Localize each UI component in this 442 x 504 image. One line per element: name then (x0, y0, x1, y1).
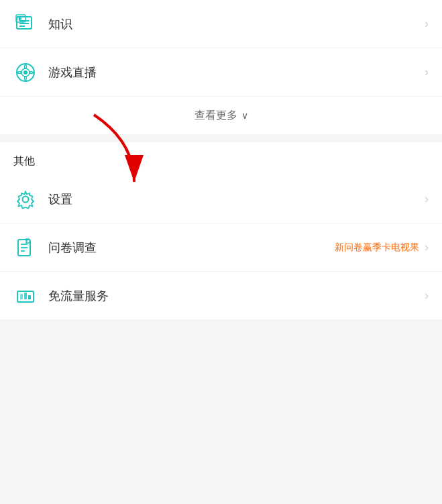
see-more-button[interactable]: 查看更多 ∨ (0, 97, 442, 134)
menu-item-game-live[interactable]: 游戏直播 › (0, 48, 442, 97)
svg-rect-21 (28, 295, 31, 299)
survey-label: 问卷调查 (48, 240, 335, 256)
settings-label: 设置 (48, 191, 425, 207)
other-section-title: 其他 (13, 155, 35, 166)
game-icon (13, 60, 38, 85)
other-menu-section: 其他 设置 › (0, 142, 442, 320)
section-divider (0, 134, 442, 142)
free-traffic-icon (13, 284, 38, 308)
game-live-label: 游戏直播 (48, 64, 425, 81)
other-section-header: 其他 (0, 142, 442, 175)
svg-rect-20 (24, 293, 27, 299)
free-traffic-chevron: › (425, 289, 429, 303)
free-traffic-label: 免流量服务 (48, 288, 425, 304)
menu-item-survey[interactable]: 问卷调查 新问卷赢季卡电视果 › (0, 223, 442, 272)
menu-item-free-traffic[interactable]: 免流量服务 › (0, 272, 442, 320)
settings-icon (13, 187, 38, 211)
game-live-chevron: › (425, 65, 429, 79)
survey-chevron: › (425, 240, 429, 254)
svg-point-11 (23, 196, 29, 202)
menu-item-knowledge[interactable]: 知识 › (0, 0, 442, 48)
knowledge-chevron: › (425, 17, 429, 31)
survey-badge: 新问卷赢季卡电视果 (335, 242, 419, 254)
survey-icon (13, 236, 38, 260)
knowledge-icon (13, 12, 38, 36)
knowledge-label: 知识 (48, 16, 425, 32)
svg-point-10 (23, 70, 27, 74)
see-more-chevron-down: ∨ (241, 110, 248, 121)
see-more-label: 查看更多 (195, 109, 237, 123)
svg-rect-19 (20, 294, 23, 299)
settings-chevron: › (425, 192, 429, 206)
top-menu-section: 知识 › 游戏直播 › 查看更多 ∨ (0, 0, 442, 134)
menu-item-settings[interactable]: 设置 › (0, 175, 442, 223)
